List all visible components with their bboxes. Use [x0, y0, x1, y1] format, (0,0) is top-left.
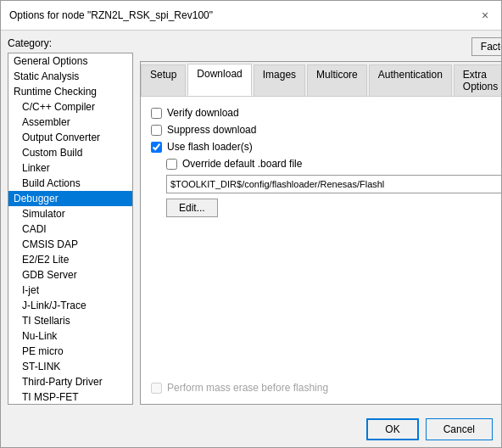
category-item-c-cpp-compiler[interactable]: C/C++ Compiler [8, 99, 132, 115]
category-item-jlink-jtrace[interactable]: J-Link/J-Trace [8, 298, 132, 313]
perform-mass-erase-checkbox[interactable] [151, 383, 162, 394]
verify-download-checkbox[interactable] [151, 108, 162, 119]
category-item-output-converter[interactable]: Output Converter [8, 130, 132, 145]
suppress-download-row: Suppress download [151, 124, 501, 136]
category-list[interactable]: General OptionsStatic AnalysisRuntime Ch… [8, 53, 133, 405]
verify-download-row: Verify download [151, 107, 501, 119]
tab-content: Verify download Suppress download Use fl… [141, 97, 501, 404]
use-flash-loaders-label: Use flash loader(s) [167, 141, 253, 153]
category-item-e2-e2-lite[interactable]: E2/E2 Lite [8, 252, 132, 267]
ok-button[interactable]: OK [366, 418, 418, 440]
title-bar: Options for node "RZN2L_RSK_spi_Rev100" … [1, 1, 501, 31]
category-item-i-jet[interactable]: I-jet [8, 283, 132, 298]
use-flash-loaders-row: Use flash loader(s) [151, 141, 501, 153]
category-item-nu-link[interactable]: Nu-Link [8, 328, 132, 344]
dialog-title: Options for node "RZN2L_RSK_spi_Rev100" [9, 9, 213, 21]
tabs-row: SetupDownloadImagesMulticoreAuthenticati… [141, 62, 501, 97]
category-item-ti-stellaris[interactable]: TI Stellaris [8, 313, 132, 328]
verify-download-label: Verify download [167, 107, 239, 119]
tab-setup[interactable]: Setup [141, 64, 186, 96]
category-item-general-options[interactable]: General Options [8, 53, 132, 69]
tab-multicore[interactable]: Multicore [307, 64, 367, 96]
category-item-gdb-server[interactable]: GDB Server [8, 267, 132, 283]
main-dialog: Options for node "RZN2L_RSK_spi_Rev100" … [0, 0, 502, 448]
category-item-pe-micro[interactable]: PE micro [8, 344, 132, 359]
category-label: Category: [8, 37, 133, 49]
tab-extra-options[interactable]: Extra Options [454, 64, 501, 96]
suppress-download-label: Suppress download [167, 124, 256, 136]
file-path-row: ... [166, 175, 501, 193]
override-board-file-label: Override default .board file [182, 158, 302, 170]
tab-download[interactable]: Download [187, 64, 251, 96]
content-area: SetupDownloadImagesMulticoreAuthenticati… [140, 61, 501, 405]
main-panel: Factory Settings SetupDownloadImagesMult… [140, 37, 501, 405]
category-item-build-actions[interactable]: Build Actions [8, 176, 132, 191]
perform-mass-erase-row: Perform mass erase before flashing [151, 382, 501, 394]
category-item-assembler[interactable]: Assembler [8, 115, 132, 130]
indent-section: Override default .board file ... Edit... [166, 158, 501, 217]
cancel-button[interactable]: Cancel [426, 418, 493, 440]
category-item-st-link[interactable]: ST-LINK [8, 359, 132, 374]
category-item-linker[interactable]: Linker [8, 160, 132, 176]
tab-authentication[interactable]: Authentication [369, 64, 452, 96]
spacer [151, 222, 501, 377]
dialog-footer: OK Cancel [1, 412, 501, 447]
use-flash-loaders-checkbox[interactable] [151, 142, 162, 153]
close-button[interactable]: × [477, 8, 493, 23]
file-path-input[interactable] [166, 175, 501, 193]
category-item-cadi[interactable]: CADI [8, 221, 132, 237]
category-item-static-analysis[interactable]: Static Analysis [8, 69, 132, 84]
category-item-simulator[interactable]: Simulator [8, 206, 132, 221]
perform-mass-erase-label: Perform mass erase before flashing [167, 382, 328, 394]
override-board-file-checkbox[interactable] [166, 159, 177, 170]
category-item-ti-msp-fet[interactable]: TI MSP-FET [8, 389, 132, 405]
edit-button[interactable]: Edit... [166, 199, 218, 217]
factory-settings-button[interactable]: Factory Settings [471, 37, 501, 56]
category-panel: Category: General OptionsStatic Analysis… [8, 37, 133, 405]
category-item-runtime-checking[interactable]: Runtime Checking [8, 84, 132, 99]
override-board-file-row: Override default .board file [166, 158, 501, 170]
tab-images[interactable]: Images [254, 64, 305, 96]
category-item-debugger[interactable]: Debugger [8, 191, 132, 206]
category-item-third-party-driver[interactable]: Third-Party Driver [8, 374, 132, 389]
category-item-cmsis-dap[interactable]: CMSIS DAP [8, 237, 132, 252]
dialog-body: Category: General OptionsStatic Analysis… [1, 31, 501, 412]
suppress-download-checkbox[interactable] [151, 125, 162, 136]
factory-row: Factory Settings [140, 37, 501, 56]
category-item-custom-build[interactable]: Custom Build [8, 145, 132, 160]
